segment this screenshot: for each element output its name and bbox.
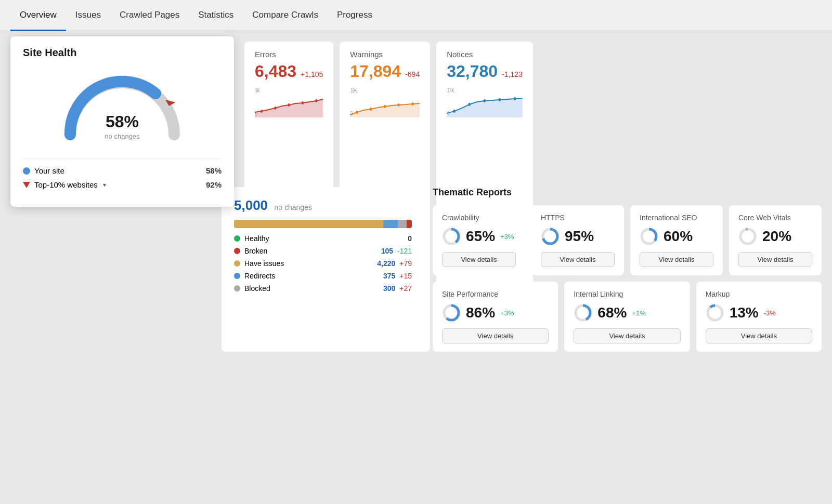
legend-pct-top10: 92% — [206, 180, 222, 189]
site-health-card: Site Health 58% no changes Your site — [10, 36, 234, 207]
thematic-pct-https: 95% — [565, 228, 594, 245]
svg-point-30 — [740, 229, 755, 244]
thematic-card-label-site-performance: Site Performance — [442, 290, 549, 298]
view-details-crawlability[interactable]: View details — [442, 252, 516, 267]
pages-bar-redirects — [383, 220, 397, 228]
sparkline-notices: 34K 0 — [447, 86, 523, 117]
metric-change-notices: -1,123 — [502, 70, 523, 78]
pages-legend-row-healthy: Healthy 0 — [234, 234, 412, 243]
thematic-card-label-core-web-vitals: Core Web Vitals — [738, 214, 812, 222]
donut-crawlability — [442, 227, 461, 246]
dot-have-issues — [234, 260, 240, 267]
svg-point-21 — [514, 97, 516, 100]
thematic-card-label-markup: Markup — [706, 290, 812, 298]
label-blocked: Blocked — [244, 284, 270, 293]
nav-item-compare-crawls[interactable]: Compare Crawls — [243, 0, 328, 31]
metric-change-errors: +1,105 — [301, 70, 323, 78]
pages-legend-row-blocked: Blocked 300 +27 — [234, 284, 412, 293]
val-redirects: 375 — [383, 272, 395, 280]
view-details-internal-linking[interactable]: View details — [574, 328, 680, 343]
sparkline-warnings: 19K 0 — [350, 86, 420, 117]
label-healthy: Healthy — [244, 234, 269, 243]
donut-site-performance — [442, 303, 461, 322]
svg-text:9K: 9K — [255, 88, 259, 94]
change-broken: -121 — [397, 247, 412, 255]
val-blocked: 300 — [383, 284, 395, 293]
legend-pct-your-site: 58% — [206, 166, 222, 175]
label-redirects: Redirects — [244, 272, 275, 280]
svg-point-11 — [384, 105, 386, 108]
view-details-international-seo[interactable]: View details — [640, 252, 713, 267]
gauge-subtext: no changes — [105, 132, 139, 140]
view-details-core-web-vitals[interactable]: View details — [738, 252, 812, 267]
donut-internal-linking — [574, 303, 592, 322]
thematic-top-row: Crawlability 65% +3% View details HTTPS — [433, 205, 822, 275]
thematic-card-crawlability: Crawlability 65% +3% View details — [433, 205, 525, 275]
nav-label-progress: Progress — [337, 10, 372, 20]
donut-international-seo — [640, 227, 658, 246]
thematic-card-label-international-seo: International SEO — [640, 214, 713, 222]
legend-row-top10[interactable]: Top-10% websites ▾ 92% — [23, 180, 222, 189]
svg-point-10 — [370, 108, 372, 111]
label-have-issues: Have issues — [244, 259, 284, 268]
thematic-card-internal-linking: Internal Linking 68% +1% View details — [564, 282, 690, 352]
gauge-center-text: 58% no changes — [105, 112, 139, 141]
change-blocked: +27 — [399, 284, 412, 293]
pages-count: 5,000 — [234, 197, 268, 213]
thematic-pct-site-performance: 86% — [466, 304, 495, 321]
thematic-card-https: HTTPS 95% View details — [531, 205, 624, 275]
nav-item-statistics[interactable]: Statistics — [189, 0, 243, 31]
thematic-change-site-performance: +3% — [500, 309, 514, 317]
sparkline-errors: 9K 0 — [255, 86, 323, 117]
pages-legend-row-have-issues: Have issues 4,220 +79 — [234, 259, 412, 268]
pages-card: 5,000 no changes Healthy 0 — [222, 187, 424, 352]
dot-redirects — [234, 273, 240, 279]
metric-value-row-errors: 6,483 +1,105 — [255, 62, 323, 81]
view-details-markup[interactable]: View details — [706, 328, 812, 343]
nav-item-overview[interactable]: Overview — [10, 0, 66, 31]
donut-core-web-vitals — [738, 227, 757, 246]
gauge-container: 58% no changes — [23, 67, 222, 150]
thematic-change-markup: -3% — [764, 309, 776, 317]
metric-value-errors: 6,483 — [255, 62, 296, 81]
pages-bar — [234, 220, 412, 228]
legend-label-your-site: Your site — [34, 166, 64, 175]
metric-label-warnings: Warnings — [350, 50, 420, 59]
pages-bar-have-issues — [234, 220, 383, 228]
svg-point-5 — [315, 99, 317, 102]
thematic-change-crawlability: +3% — [500, 233, 514, 241]
svg-point-18 — [469, 103, 471, 106]
view-details-site-performance[interactable]: View details — [442, 328, 549, 343]
thematic-pct-core-web-vitals: 20% — [762, 228, 791, 245]
navigation: Overview Issues Crawled Pages Statistics… — [0, 0, 832, 31]
thematic-pct-crawlability: 65% — [466, 228, 495, 245]
dot-healthy — [234, 235, 240, 242]
bottom-section: 5,000 no changes Healthy 0 — [222, 187, 822, 352]
main-content: Errors 6,483 +1,105 9K 0 Warnings 17,894 — [0, 31, 832, 370]
thematic-card-label-internal-linking: Internal Linking — [574, 290, 680, 298]
nav-label-crawled-pages: Crawled Pages — [120, 10, 179, 20]
nav-item-progress[interactable]: Progress — [328, 0, 382, 31]
thematic-card-site-performance: Site Performance 86% +3% View details — [433, 282, 558, 352]
thematic-section: Thematic Reports Crawlability 65% +3% V — [433, 187, 822, 352]
thematic-card-label-https: HTTPS — [541, 214, 615, 222]
nav-item-crawled-pages[interactable]: Crawled Pages — [110, 0, 189, 31]
svg-point-9 — [356, 111, 358, 114]
val-have-issues: 4,220 — [377, 259, 395, 268]
pages-legend: Healthy 0 Broken 105 -121 — [234, 234, 412, 293]
donut-markup — [706, 303, 724, 322]
nav-item-issues[interactable]: Issues — [66, 0, 110, 31]
metric-value-row-notices: 32,780 -1,123 — [447, 62, 523, 81]
svg-point-19 — [484, 99, 486, 102]
svg-point-36 — [708, 306, 722, 320]
pages-legend-row-broken: Broken 105 -121 — [234, 247, 412, 255]
legend-label-top10: Top-10% websites — [34, 180, 98, 189]
view-details-https[interactable]: View details — [541, 252, 615, 267]
donut-https — [541, 227, 560, 246]
val-broken: 105 — [381, 247, 393, 255]
pages-legend-row-redirects: Redirects 375 +15 — [234, 272, 412, 280]
thematic-bottom-row: Site Performance 86% +3% View details In… — [433, 282, 822, 352]
dot-blocked — [234, 285, 240, 291]
site-health-title: Site Health — [23, 47, 222, 59]
svg-marker-0 — [255, 99, 323, 117]
